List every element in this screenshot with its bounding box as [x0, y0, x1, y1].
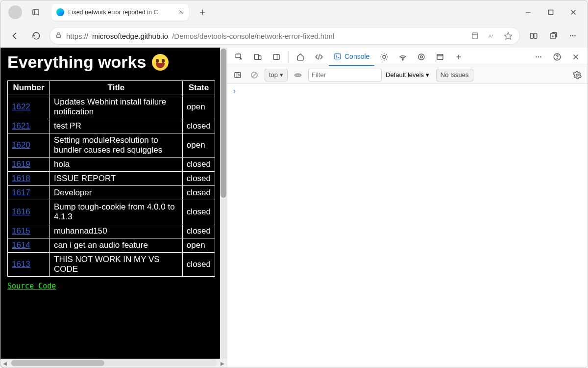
issue-title-cell: muhannad150: [50, 224, 183, 238]
svg-line-28: [318, 54, 319, 59]
svg-rect-0: [33, 10, 39, 15]
url-protocol: https://: [66, 32, 88, 40]
issue-number-link[interactable]: 1620: [12, 140, 30, 150]
site-info-lock-icon[interactable]: [55, 31, 62, 40]
dock-side-icon[interactable]: [268, 48, 285, 66]
device-toolbar-icon[interactable]: [249, 48, 267, 66]
devtools-more-icon[interactable]: [530, 48, 547, 66]
sources-tab-icon[interactable]: [375, 48, 393, 66]
issue-title-cell: THIS NOT WORK IN MY VS CODE: [50, 253, 183, 277]
console-tab[interactable]: Console: [329, 48, 374, 66]
issue-number-cell: 1617: [8, 186, 50, 200]
back-button[interactable]: [6, 27, 23, 44]
issue-number-link[interactable]: 1615: [12, 226, 30, 236]
issue-number-cell: 1615: [8, 224, 50, 238]
levels-label: Default levels: [386, 71, 424, 79]
issue-state-cell: open: [182, 133, 215, 158]
tab-actions-button[interactable]: [27, 3, 45, 21]
svg-point-33: [420, 55, 423, 58]
console-output[interactable]: ›: [227, 84, 588, 368]
console-tab-label: Console: [344, 53, 369, 60]
scroll-right-arrow-icon[interactable]: ▸: [218, 359, 227, 368]
profile-avatar[interactable]: [8, 5, 22, 19]
issue-number-link[interactable]: 1622: [12, 102, 30, 111]
clear-console-icon[interactable]: [248, 69, 261, 81]
live-expression-icon[interactable]: [292, 69, 304, 81]
issue-number-link[interactable]: 1613: [12, 260, 30, 269]
svg-rect-29: [335, 53, 341, 59]
edge-favicon: [56, 8, 64, 16]
collections-icon[interactable]: [544, 27, 562, 45]
network-tab-icon[interactable]: [394, 48, 412, 66]
devtools-help-icon[interactable]: [548, 48, 566, 66]
issue-number-cell: 1613: [8, 253, 50, 277]
svg-rect-25: [259, 55, 261, 59]
url-path: /Demos/devtools-console/network-error-fi…: [172, 32, 334, 40]
address-bar[interactable]: https://microsoftedge.github.io/Demos/de…: [49, 27, 520, 45]
grinning-emoji-icon: [152, 54, 169, 71]
table-row: 1622Updates Webhint install failure noti…: [8, 95, 215, 119]
table-row: 1617Developerclosed: [8, 186, 215, 200]
window-maximize-button[interactable]: [539, 3, 562, 21]
svg-point-31: [383, 55, 386, 58]
new-tab-button[interactable]: [194, 3, 211, 21]
issue-number-link[interactable]: 1617: [12, 188, 30, 197]
split-screen-icon[interactable]: [525, 27, 542, 45]
browser-tab[interactable]: Fixed network error reported in C: [51, 4, 189, 21]
table-row: 1618ISSUE REPORTclosed: [8, 172, 215, 186]
url-host: microsoftedge.github.io: [92, 32, 168, 40]
favorite-star-icon[interactable]: [502, 29, 514, 42]
application-tab-icon[interactable]: [431, 48, 449, 66]
welcome-tab-icon[interactable]: [292, 48, 309, 66]
window-minimize-button[interactable]: [517, 3, 539, 21]
console-settings-gear-icon[interactable]: [571, 69, 584, 81]
issue-state-cell: open: [182, 238, 215, 253]
page-vertical-scrollbar[interactable]: [220, 48, 227, 359]
issue-number-cell: 1619: [8, 158, 50, 172]
svg-rect-7: [549, 10, 553, 15]
devtools-tabstrip: Console: [227, 48, 588, 66]
elements-tab-icon[interactable]: [310, 48, 328, 66]
console-filter-input[interactable]: [308, 69, 382, 81]
issue-number-link[interactable]: 1616: [12, 207, 30, 216]
svg-rect-23: [236, 54, 241, 58]
inspect-element-icon[interactable]: [230, 48, 248, 66]
issue-state-cell: closed: [182, 200, 215, 224]
refresh-button[interactable]: [28, 27, 45, 44]
more-tabs-button[interactable]: [450, 48, 467, 66]
issue-number-link[interactable]: 1614: [12, 240, 30, 250]
source-code-link[interactable]: Source Code: [7, 282, 56, 290]
svg-point-20: [570, 35, 571, 36]
context-selector[interactable]: top ▾: [265, 69, 288, 81]
tab-title: Fixed network error reported in C: [68, 9, 174, 16]
col-number: Number: [8, 81, 50, 95]
log-levels-selector[interactable]: Default levels ▾: [386, 71, 429, 79]
devtools-close-icon[interactable]: [567, 48, 585, 66]
scroll-left-arrow-icon[interactable]: ◂: [0, 359, 9, 368]
toggle-sidebar-icon[interactable]: [231, 69, 244, 81]
performance-tab-icon[interactable]: [413, 48, 430, 66]
svg-point-40: [538, 56, 539, 57]
app-available-icon[interactable]: [468, 29, 481, 42]
svg-point-21: [572, 35, 573, 36]
issue-title-cell: hola: [50, 158, 183, 172]
table-row: 1614can i get an audio featureopen: [8, 238, 215, 253]
issue-state-cell: closed: [182, 158, 215, 172]
read-aloud-icon[interactable]: A⁾: [485, 29, 498, 42]
issue-state-cell: closed: [182, 172, 215, 186]
svg-text:A⁾: A⁾: [489, 33, 493, 39]
issue-number-cell: 1620: [8, 133, 50, 158]
issues-table: Number Title State 1622Updates Webhint i…: [7, 80, 215, 277]
issue-number-link[interactable]: 1618: [12, 174, 30, 183]
settings-more-icon[interactable]: [564, 27, 582, 45]
window-close-button[interactable]: [562, 3, 585, 21]
issue-state-cell: closed: [182, 186, 215, 200]
issue-title-cell: can i get an audio feature: [50, 238, 183, 253]
chevron-down-icon: ▾: [426, 71, 429, 79]
tab-close-button[interactable]: [178, 8, 184, 17]
issues-button[interactable]: No Issues: [436, 69, 473, 81]
no-issues-label: No Issues: [441, 71, 469, 79]
issue-number-link[interactable]: 1621: [12, 121, 30, 131]
issue-number-link[interactable]: 1619: [12, 159, 30, 169]
page-horizontal-scrollbar[interactable]: ◂ ▸: [0, 359, 227, 368]
